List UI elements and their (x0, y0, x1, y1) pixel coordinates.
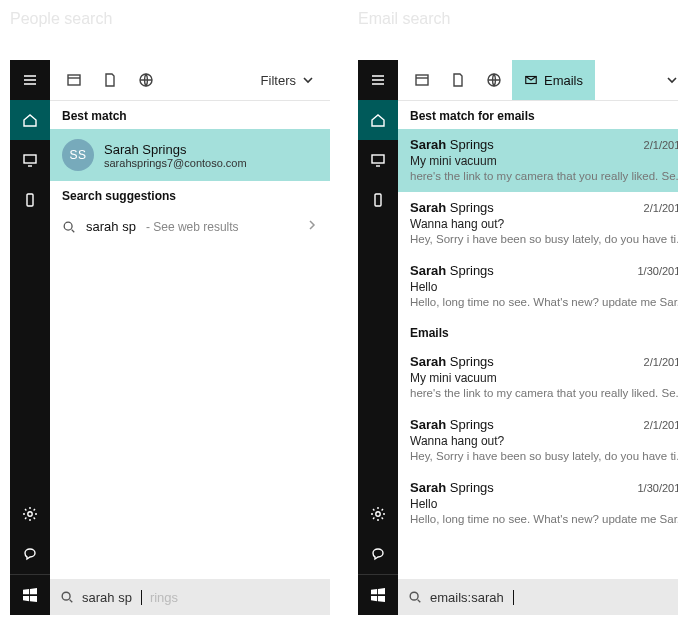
email-subject: My mini vacuum (410, 371, 678, 385)
email-date: 1/30/2018 (638, 265, 679, 277)
contact-email: sarahsprings7@contoso.com (104, 157, 247, 169)
chevron-down-icon (302, 74, 314, 86)
email-date: 2/1/2018 (644, 139, 678, 151)
web-scope-icon[interactable] (476, 60, 512, 100)
email-subject: Wanna hang out? (410, 217, 678, 231)
search-suggestion[interactable]: sarah sp - See web results (50, 209, 330, 244)
svg-rect-1 (27, 194, 33, 206)
suggestion-web-hint: - See web results (146, 220, 239, 234)
text-cursor (141, 590, 142, 605)
email-preview: Hello, long time no see. What's new? upd… (410, 296, 678, 308)
search-icon (408, 590, 422, 604)
hamburger-icon[interactable] (358, 60, 398, 100)
sidebar (10, 60, 50, 615)
apps-scope-icon[interactable] (404, 60, 440, 100)
text-cursor (513, 590, 514, 605)
search-ghost: rings (150, 590, 178, 605)
device-icon[interactable] (10, 180, 50, 220)
sidebar (358, 60, 398, 615)
avatar: SS (62, 139, 94, 171)
documents-scope-icon[interactable] (92, 60, 128, 100)
search-icon (62, 220, 76, 234)
email-date: 2/1/2018 (644, 202, 678, 214)
feedback-icon[interactable] (358, 534, 398, 574)
email-subject: Wanna hang out? (410, 434, 678, 448)
windows-icon[interactable] (358, 575, 398, 615)
caption-right: Email search (358, 10, 450, 28)
svg-point-5 (64, 222, 72, 230)
web-scope-icon[interactable] (128, 60, 164, 100)
svg-rect-3 (68, 75, 80, 85)
email-from: Sarah Springs (410, 354, 494, 369)
email-result[interactable]: Sarah Springs2/1/2018 My mini vacuum her… (398, 129, 678, 192)
email-date: 1/30/2018 (638, 482, 679, 494)
best-match-header: Best match (50, 101, 330, 129)
email-result[interactable]: Sarah Springs1/30/2018 Hello Hello, long… (398, 255, 678, 318)
email-result[interactable]: Sarah Springs2/1/2018 My mini vacuum her… (398, 346, 678, 409)
monitor-icon[interactable] (358, 140, 398, 180)
more-scopes-button[interactable] (652, 60, 678, 100)
email-subject: My mini vacuum (410, 154, 678, 168)
home-icon[interactable] (358, 100, 398, 140)
search-panel-email: Emails Best match for emails Sarah Sprin… (358, 60, 678, 615)
filters-button[interactable]: Filters (261, 73, 324, 88)
email-preview: here's the link to my camera that you re… (410, 387, 678, 399)
home-icon[interactable] (10, 100, 50, 140)
email-result[interactable]: Sarah Springs1/30/2018 Hello Hello, long… (398, 472, 678, 535)
email-result[interactable]: Sarah Springs2/1/2018 Wanna hang out? He… (398, 192, 678, 255)
feedback-icon[interactable] (10, 534, 50, 574)
svg-point-9 (376, 512, 380, 516)
windows-icon[interactable] (10, 575, 50, 615)
mail-icon (524, 73, 538, 87)
contact-name: Sarah Springs (104, 142, 247, 157)
best-match-header: Best match for emails (398, 101, 678, 129)
hamburger-icon[interactable] (10, 60, 50, 100)
chevron-right-icon (306, 219, 318, 234)
svg-rect-7 (372, 155, 384, 163)
email-preview: Hello, long time no see. What's new? upd… (410, 513, 678, 525)
search-icon (60, 590, 74, 604)
search-typed: sarah sp (82, 590, 132, 605)
svg-point-2 (28, 512, 32, 516)
search-input[interactable]: sarah springs (50, 579, 330, 615)
email-result[interactable]: Sarah Springs2/1/2018 Wanna hang out? He… (398, 409, 678, 472)
email-subject: Hello (410, 280, 678, 294)
search-input[interactable]: emails:sarah (398, 579, 678, 615)
best-match-contact[interactable]: SS Sarah Springs sarahsprings7@contoso.c… (50, 129, 330, 181)
search-typed: emails:sarah (430, 590, 504, 605)
results-pane: Filters Best match SS Sarah Springs sara… (50, 60, 330, 615)
email-preview: here's the link to my camera that you re… (410, 170, 678, 182)
apps-scope-icon[interactable] (56, 60, 92, 100)
gear-icon[interactable] (358, 494, 398, 534)
email-from: Sarah Springs (410, 263, 494, 278)
email-from: Sarah Springs (410, 137, 494, 152)
svg-rect-8 (375, 194, 381, 206)
svg-rect-0 (24, 155, 36, 163)
monitor-icon[interactable] (10, 140, 50, 180)
scope-bar: Emails (398, 60, 678, 100)
email-preview: Hey, Sorry i have been so busy lately, d… (410, 450, 678, 462)
scope-bar: Filters (50, 60, 330, 100)
search-panel-people: Filters Best match SS Sarah Springs sara… (10, 60, 330, 615)
emails-header: Emails (398, 318, 678, 346)
suggestions-header: Search suggestions (50, 181, 330, 209)
caption-left: People search (10, 10, 112, 28)
svg-point-6 (62, 592, 70, 600)
documents-scope-icon[interactable] (440, 60, 476, 100)
device-icon[interactable] (358, 180, 398, 220)
gear-icon[interactable] (10, 494, 50, 534)
email-date: 2/1/2018 (644, 356, 678, 368)
email-date: 2/1/2018 (644, 419, 678, 431)
svg-point-13 (410, 592, 418, 600)
email-from: Sarah Springs (410, 417, 494, 432)
emails-scope-tab[interactable]: Emails (512, 60, 595, 100)
email-from: Sarah Springs (410, 200, 494, 215)
email-preview: Hey, Sorry i have been so busy lately, d… (410, 233, 678, 245)
results-list: Best match for emails Sarah Springs2/1/2… (398, 101, 678, 615)
filters-label: Filters (261, 73, 296, 88)
svg-rect-10 (416, 75, 428, 85)
emails-tab-label: Emails (544, 73, 583, 88)
suggestion-query: sarah sp (86, 219, 136, 234)
email-subject: Hello (410, 497, 678, 511)
results-pane: Emails Best match for emails Sarah Sprin… (398, 60, 678, 615)
